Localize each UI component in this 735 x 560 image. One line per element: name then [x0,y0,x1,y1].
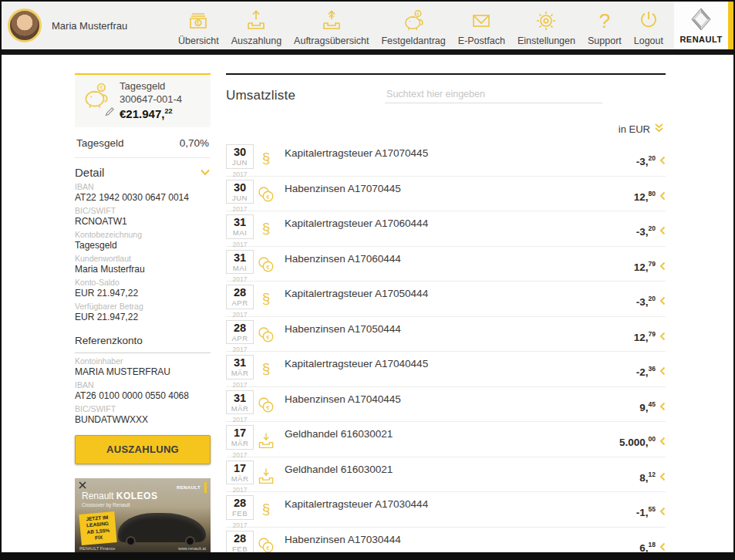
chevron-left-icon[interactable] [659,156,666,176]
nav-item-einstellungen[interactable]: Einstellungen [511,7,582,46]
transaction-description: Habenzinsen A17040445 [278,393,639,422]
nav-item-epostfach[interactable]: E-Postfach [452,7,511,46]
chevron-left-icon[interactable] [659,296,666,316]
renault-wordmark: RENAULT [679,35,722,44]
transaction-amount: 12,79 [634,330,656,352]
account-card-icons: € [79,80,120,120]
auszahlung-button[interactable]: AUSZAHLUNG [75,435,211,464]
account-card[interactable]: € Tagesgeld 300647-001-4 €21.947,22 [75,73,211,127]
nav-item-auftragsuebersicht[interactable]: Auftragsübersicht [288,7,375,46]
detail-field: BIC/SWIFT BUNDATWWXXX [75,404,211,425]
transaction-row[interactable]: 17 MÄR 2017 Geldhandel 616030021 8,12 [226,457,666,493]
svg-text:?: ? [599,9,610,32]
transaction-month: JUN [227,158,253,167]
chevron-left-icon[interactable] [659,507,666,527]
svg-text:€: € [266,263,270,270]
search-input[interactable] [385,86,602,103]
transaction-row[interactable]: 28 FEB 2017 § Kapitalertragsteuer A17030… [226,492,666,528]
edit-pencil-icon[interactable] [105,106,115,120]
page-title: Umsatzliste [226,88,295,103]
chevron-left-icon[interactable] [659,332,666,352]
ad-title: Renault KOLEOS [82,491,157,501]
transaction-description: Kapitalertragsteuer A17060444 [278,218,636,246]
transaction-description: Kapitalertragsteuer A17070445 [278,147,636,176]
power-icon [636,7,662,35]
field-label: BIC/SWIFT [75,206,211,215]
svg-text:€: € [266,403,270,410]
nav-label: Übersicht [178,35,219,46]
chevron-left-icon[interactable] [659,437,666,457]
transaction-row[interactable]: 31 MAI 2017 € Habenzinsen A17060444 12,7… [226,247,666,282]
transaction-amount: -3,20 [636,224,656,246]
double-chevron-down-icon [654,123,664,135]
transaction-row[interactable]: 31 MAI 2017 § Kapitalertragsteuer A17060… [226,211,666,247]
nav-item-festgeldantrag[interactable]: € Festgeldantrag [375,7,451,46]
transaction-day: 31 [227,217,253,228]
field-label: IBAN [75,380,211,390]
divider [75,353,211,353]
field-label: IBAN [75,182,211,191]
koleos-ad-banner[interactable]: RENAULT Renault KOLEOS Crossover by Rena… [75,478,211,552]
currency-sort[interactable]: in EUR [226,123,664,135]
chevron-down-icon[interactable] [200,169,211,176]
reference-account-section: Referenzkonto Kontoinhaber MARIA MUSTERF… [75,335,211,425]
paragraph-icon: § [254,501,278,527]
transaction-row[interactable]: 17 MÄR 2017 Geldhandel 616030021 5.000,0… [226,422,666,457]
tray-in-icon [254,431,278,457]
chevron-left-icon[interactable] [659,472,666,492]
orders-tray-up-icon [319,7,345,35]
detail-field: IBAN AT22 1942 0030 0647 0014 [75,182,211,203]
user-chip[interactable]: Maria Musterfrau [2,8,127,42]
svg-text:€: € [197,20,201,25]
transaction-description: Habenzinsen A17050444 [278,323,634,352]
nav-label: Support [588,35,622,46]
paragraph-icon: § [254,361,278,386]
transaction-day: 17 [227,427,253,439]
ad-leasing-badge: JETZT IM LEASING AB 1,55% FIX [79,511,116,545]
rate-value: 0,70% [180,137,209,149]
nav-label: Auszahlung [231,35,282,46]
transaction-date: 28 APR 2017 [226,320,254,352]
chevron-left-icon[interactable] [659,402,666,422]
transaction-month: MAI [227,264,253,272]
chevron-left-icon[interactable] [659,191,666,211]
transaction-year: 2017 [226,170,254,178]
transaction-description: Habenzinsen A17060444 [278,253,634,282]
transaction-description: Geldhandel 616030021 [278,428,619,457]
transaction-amount: 8,12 [639,471,656,492]
transaction-row[interactable]: 30 JUN 2017 § Kapitalertragsteuer A17070… [226,141,666,177]
nav-label: Festgeldantrag [381,35,445,46]
ad-close-icon[interactable] [79,481,86,489]
account-type: Tagesgeld [120,80,182,93]
nav-item-logout[interactable]: Logout [628,7,669,46]
transaction-year: 2017 [226,521,254,529]
nav-item-uebersicht[interactable]: € Übersicht [172,7,225,46]
chevron-left-icon[interactable] [659,261,666,282]
detail-header[interactable]: Detail [75,166,211,179]
transaction-description: Kapitalertragsteuer A17050444 [278,288,636,316]
field-value: MARIA MUSTERFRAU [75,367,211,377]
transaction-row[interactable]: 28 APR 2017 § Kapitalertragsteuer A17050… [226,282,666,317]
transaction-row[interactable]: 31 MÄR 2017 § Kapitalertragsteuer A17040… [226,352,666,387]
paragraph-icon: § [254,221,278,246]
transaction-description: Kapitalertragsteuer A17040445 [278,358,636,386]
nav-item-support[interactable]: ? Support [582,7,628,46]
transaction-date: 31 MAI 2017 [226,250,254,282]
transaction-description: Geldhandel 616030021 [278,464,639,492]
reference-account-title: Referenzkonto [75,335,211,346]
transaction-row[interactable]: 31 MÄR 2017 € Habenzinsen A17040445 9,45 [226,387,666,423]
nav-item-auszahlung[interactable]: Auszahlung [225,7,288,46]
transaction-row[interactable]: 28 APR 2017 € Habenzinsen A17050444 12,7… [226,317,666,353]
chevron-left-icon[interactable] [659,366,666,386]
currency-label: in EUR [619,123,650,135]
transaction-day: 28 [227,322,253,334]
ad-car-wheel [126,536,136,546]
transaction-row[interactable]: 30 JUN 2017 € Habenzinsen A17070445 12,8… [226,177,666,212]
chevron-left-icon[interactable] [659,226,666,246]
renault-logo[interactable]: RENAULT [674,2,728,49]
piggy-bank-icon: € [400,7,427,35]
ad-subtitle: Crossover by Renault [82,502,130,508]
avatar[interactable] [8,8,42,42]
transaction-month: MAI [227,228,253,237]
account-card-text: Tagesgeld 300647-001-4 €21.947,22 [120,80,182,120]
